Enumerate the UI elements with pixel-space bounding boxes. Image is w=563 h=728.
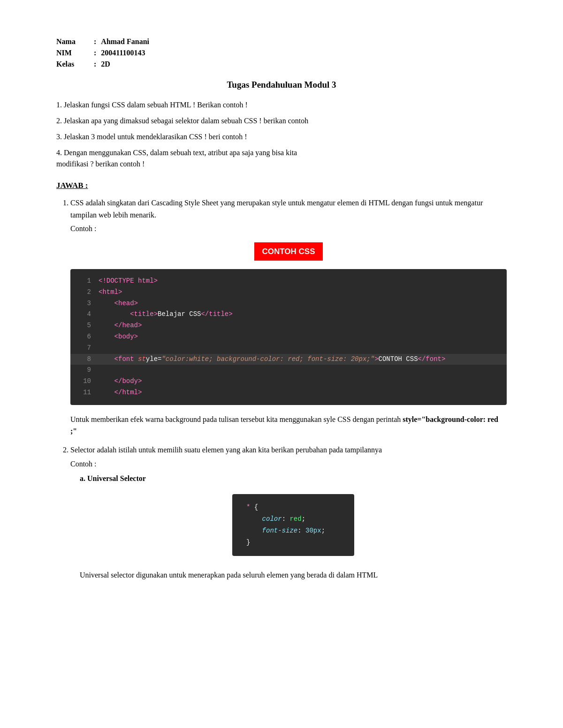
line-num-8: 8	[78, 354, 91, 365]
universal-code-content: * { color: red; font-size: 30px; }	[246, 502, 340, 549]
line-num-5: 5	[78, 320, 91, 331]
question-list: 1. Jelaskan fungsi CSS dalam sebuah HTML…	[56, 99, 507, 170]
code-line-2: 2 <html>	[70, 287, 507, 298]
question-4-text-cont: modifikasi ? berikan contoh !	[56, 160, 145, 168]
student-info: Nama : Ahmad Fanani NIM : 200411100143 K…	[56, 38, 507, 68]
code-line-8: 8 <font style="color:white; background-c…	[70, 354, 507, 365]
code-line-9: 9	[70, 365, 507, 376]
nim-label: NIM	[56, 49, 94, 57]
question-2: 2. Jelaskan apa yang dimaksud sebagai se…	[56, 115, 507, 127]
line-num-11: 11	[78, 387, 91, 398]
class-value: 2D	[101, 60, 110, 68]
question-1: 1. Jelaskan fungsi CSS dalam sebuah HTML…	[56, 99, 507, 111]
code-line-6: 6 <body>	[70, 331, 507, 343]
nim-value: 200411100143	[101, 49, 145, 57]
code-content-8: <font style="color:white; background-col…	[99, 354, 445, 365]
name-label: Nama	[56, 38, 94, 46]
answer1-explanation: Untuk memberikan efek warna background p…	[70, 413, 507, 437]
code-line-11: 11 </html>	[70, 387, 507, 398]
question-1-text: 1. Jelaskan fungsi CSS dalam sebuah HTML…	[56, 101, 248, 109]
code-line-5: 5 </head>	[70, 320, 507, 331]
answer-item-1: CSS adalah singkatan dari Cascading Styl…	[70, 197, 507, 437]
question-3: 3. Jelaskan 3 model untuk mendeklarasika…	[56, 131, 507, 143]
code-content-6: <body>	[99, 331, 138, 343]
code-content-2: <html>	[99, 287, 122, 298]
contoh-css-box: CONTOH CSS	[254, 242, 322, 261]
answer1-text: CSS adalah singkatan dari Cascading Styl…	[70, 197, 507, 221]
name-value: Ahmad Fanani	[101, 38, 149, 46]
class-row: Kelas : 2D	[56, 60, 507, 68]
class-colon: :	[94, 60, 96, 68]
code-content-4: <title>Belajar CSS</title>	[99, 309, 233, 320]
name-row: Nama : Ahmad Fanani	[56, 38, 507, 46]
answer2-contoh: Contoh :	[70, 458, 507, 470]
question-4: 4. Dengan menggunakan CSS, dalam sebuah …	[56, 147, 507, 170]
sub-a-label: a. Universal Selector	[80, 473, 507, 485]
line-num-2: 2	[78, 287, 91, 298]
code-line-1: 1 <!DOCTYPE html>	[70, 276, 507, 287]
jawab-heading: JAWAB :	[56, 181, 507, 190]
code-content-3: <head>	[99, 298, 138, 309]
question-4-text: 4. Dengan menggunakan CSS, dalam sebuah …	[56, 149, 297, 157]
universal-selector-code-wrapper: * { color: red; font-size: 30px; }	[80, 489, 507, 563]
code-line-3: 3 <head>	[70, 298, 507, 309]
universal-selector-code: * { color: red; font-size: 30px; }	[232, 494, 354, 556]
code-block-1: 1 <!DOCTYPE html> 2 <html> 3 <head> 4 <t…	[70, 269, 507, 405]
line-num-9: 9	[78, 365, 91, 376]
question-2-text: 2. Jelaskan apa yang dimaksud sebagai se…	[56, 117, 308, 125]
line-num-6: 6	[78, 331, 91, 343]
code-line-10: 10 </body>	[70, 376, 507, 387]
code-line-4: 4 <title>Belajar CSS</title>	[70, 309, 507, 320]
code-content-11: </html>	[99, 387, 142, 398]
code-content-1: <!DOCTYPE html>	[99, 276, 158, 287]
answer2-text: Selector adalah istilah untuk memilih su…	[70, 444, 507, 456]
line-num-4: 4	[78, 309, 91, 320]
sub-answer-a: a. Universal Selector * { color: red; fo…	[70, 473, 507, 581]
answer-list: CSS adalah singkatan dari Cascading Styl…	[56, 197, 507, 581]
answer-item-2: Selector adalah istilah untuk memilih su…	[70, 444, 507, 581]
answer1-contoh: Contoh :	[70, 223, 507, 235]
class-label: Kelas	[56, 60, 94, 68]
line-num-3: 3	[78, 298, 91, 309]
line-num-1: 1	[78, 276, 91, 287]
universal-explanation: Universal selector digunakan untuk mener…	[80, 569, 507, 581]
answer1-bold: style="background-color: red ;"	[70, 415, 498, 435]
code-line-7: 7	[70, 343, 507, 354]
contoh-css-banner: CONTOH CSS	[70, 242, 507, 261]
question-3-text: 3. Jelaskan 3 model untuk mendeklarasika…	[56, 133, 247, 141]
nim-colon: :	[94, 49, 96, 57]
code-content-5: </head>	[99, 320, 142, 331]
main-title: Tugas Pendahuluan Modul 3	[56, 80, 507, 90]
code-content-10: </body>	[99, 376, 142, 387]
line-num-7: 7	[78, 343, 91, 354]
nim-row: NIM : 200411100143	[56, 49, 507, 57]
name-colon: :	[94, 38, 96, 46]
line-num-10: 10	[78, 376, 91, 387]
